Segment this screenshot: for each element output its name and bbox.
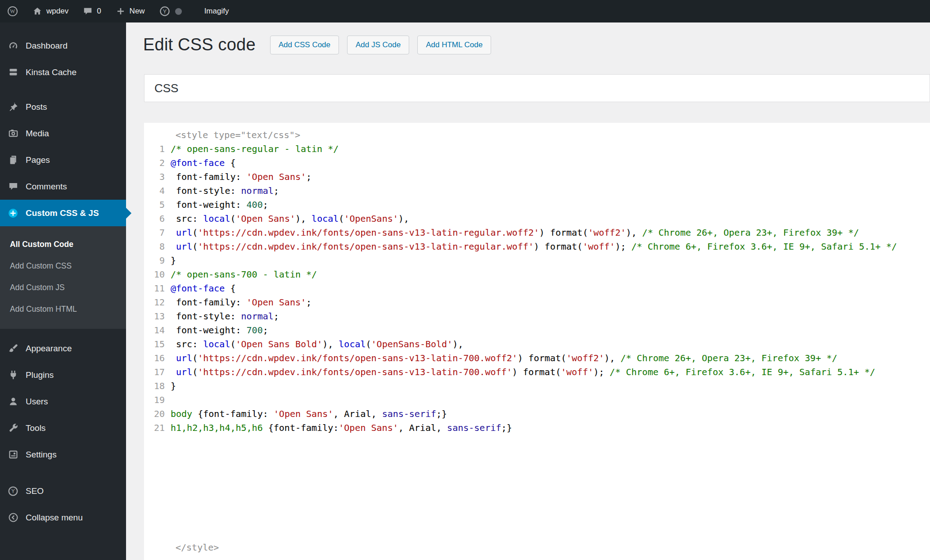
code-line[interactable]: 8 url('https://cdn.wpdev.ink/fonts/open-… [144,240,930,254]
code-line[interactable]: 1/* open-sans-regular - latin */ [144,142,930,156]
sidebar-item-posts[interactable]: Posts [0,94,126,120]
submenu-label: All Custom Code [10,240,73,249]
pushpin-icon [7,101,19,113]
yoast-notification-dot [175,8,182,15]
sidebar-item-pages[interactable]: Pages [0,147,126,173]
sidebar-separator [0,85,126,94]
code-text: url('https://cdn.wpdev.ink/fonts/open-sa… [165,226,859,240]
page-actions: Add CSS Code Add JS Code Add HTML Code [270,36,491,54]
add-css-code-button[interactable]: Add CSS Code [270,36,339,54]
code-line[interactable]: 21h1,h2,h3,h4,h5,h6 {font-family:'Open S… [144,421,930,435]
sidebar-item-comments[interactable]: Comments [0,173,126,200]
sidebar-subitem-add-custom-css[interactable]: Add Custom CSS [0,255,126,277]
sidebar-subitem-all-custom-code[interactable]: All Custom Code [0,233,126,255]
user-icon [7,396,19,408]
custom-css-js-submenu: All Custom Code Add Custom CSS Add Custo… [0,226,126,329]
code-text: url('https://cdn.wpdev.ink/fonts/open-sa… [165,365,875,379]
code-line[interactable]: 13 font-style: normal; [144,309,930,323]
svg-text:Y: Y [163,9,167,15]
code-line[interactable]: 10/* open-sans-700 - latin */ [144,268,930,282]
adminbar-site-name[interactable]: wpdev [25,0,76,22]
sidebar-item-appearance[interactable]: Appearance [0,335,126,362]
code-text: url('https://cdn.wpdev.ink/fonts/open-sa… [165,240,897,254]
adminbar-new-menu[interactable]: New [108,0,152,22]
code-line[interactable]: 17 url('https://cdn.wpdev.ink/fonts/open… [144,365,930,379]
adminbar-wordpress-menu[interactable]: W [0,0,25,22]
sidebar-item-plugins[interactable]: Plugins [0,362,126,388]
sidebar-label: Tools [26,423,45,433]
kinsta-cache-icon [7,67,19,78]
add-html-code-button[interactable]: Add HTML Code [417,36,491,54]
code-text: font-style: normal; [165,184,279,198]
line-number: 1 [144,142,165,156]
code-line[interactable]: 12 font-family: 'Open Sans'; [144,296,930,309]
sidebar-label: Appearance [26,344,72,354]
code-title-input[interactable] [144,74,930,102]
sidebar-subitem-add-custom-js[interactable]: Add Custom JS [0,277,126,298]
code-line[interactable]: 5 font-weight: 400; [144,198,930,212]
line-number: 20 [144,407,165,421]
line-number: 15 [144,337,165,351]
code-line[interactable]: 19 [144,393,930,407]
code-text: h1,h2,h3,h4,h5,h6 {font-family:'Open San… [165,421,512,435]
code-line[interactable]: 16 url('https://cdn.wpdev.ink/fonts/open… [144,351,930,365]
line-number: 19 [144,393,165,407]
code-line[interactable]: 3 font-family: 'Open Sans'; [144,170,930,184]
plug-icon [7,369,19,381]
code-line[interactable]: 6 src: local('Open Sans'), local('OpenSa… [144,212,930,226]
site-name-label: wpdev [46,7,68,16]
line-number: 10 [144,268,165,282]
paintbrush-icon [7,343,19,354]
line-number: 17 [144,365,165,379]
adminbar-spacer [189,0,197,22]
css-code-editor[interactable]: <style type="text/css"> 1/* open-sans-re… [144,123,930,560]
code-text: font-family: 'Open Sans'; [165,296,312,309]
plus-circle-icon [7,207,19,219]
add-js-code-button[interactable]: Add JS Code [347,36,409,54]
home-icon [32,6,42,16]
dashboard-icon [7,40,19,52]
wrench-icon [7,422,19,434]
sidebar-label: Kinsta Cache [26,67,77,77]
code-text: font-family: 'Open Sans'; [165,170,312,184]
sidebar-item-collapse-menu[interactable]: Collapse menu [0,504,126,531]
sidebar-item-custom-css-js[interactable]: Custom CSS & JS [0,200,126,226]
sidebar-label: Media [26,129,49,139]
submenu-label: Add Custom HTML [10,305,77,314]
sidebar-item-seo[interactable]: Y SEO [0,478,126,504]
wordpress-logo-icon: W [7,6,18,17]
adminbar-yoast[interactable]: Y [152,0,189,22]
code-line[interactable]: 7 url('https://cdn.wpdev.ink/fonts/open-… [144,226,930,240]
line-number: 18 [144,379,165,393]
new-label: New [130,7,145,16]
code-line[interactable]: 9} [144,254,930,268]
sidebar-label: SEO [26,486,44,496]
code-text: src: local('Open Sans'), local('OpenSans… [165,212,409,226]
line-number: 3 [144,170,165,184]
code-line[interactable]: 2@font-face { [144,156,930,170]
line-number: 16 [144,351,165,365]
submenu-label: Add Custom JS [10,283,65,292]
code-line[interactable]: 11@font-face { [144,282,930,296]
adminbar-imagify[interactable]: Imagify [197,0,236,22]
plus-icon [116,6,126,16]
sidebar-item-tools[interactable]: Tools [0,415,126,441]
code-line[interactable]: 18} [144,379,930,393]
sidebar-item-users[interactable]: Users [0,388,126,415]
sidebar-subitem-add-custom-html[interactable]: Add Custom HTML [0,298,126,320]
sidebar-item-settings[interactable]: Settings [0,441,126,468]
code-line[interactable]: 14 font-weight: 700; [144,323,930,337]
adminbar-comments[interactable]: 0 [76,0,108,22]
sidebar-item-dashboard[interactable]: Dashboard [0,32,126,59]
main-content: Edit CSS code Add CSS Code Add JS Code A… [126,22,930,560]
code-text: /* open-sans-700 - latin */ [165,268,317,282]
code-line[interactable]: 4 font-style: normal; [144,184,930,198]
page-title: Edit CSS code [143,35,256,54]
code-line[interactable]: 15 src: local('Open Sans Bold'), local('… [144,337,930,351]
line-number: 2 [144,156,165,170]
sidebar-item-media[interactable]: Media [0,120,126,147]
sidebar-item-kinsta-cache[interactable]: Kinsta Cache [0,59,126,85]
sidebar-label: Plugins [26,370,54,380]
svg-text:Y: Y [11,488,15,494]
code-line[interactable]: 20body {font-family: 'Open Sans', Arial,… [144,407,930,421]
